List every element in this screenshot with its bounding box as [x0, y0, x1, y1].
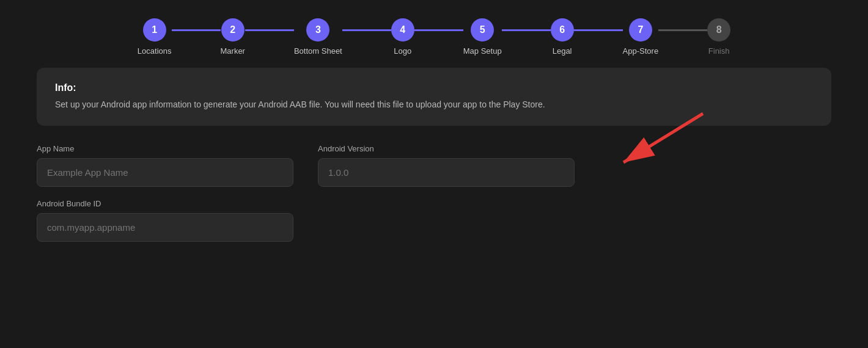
connector-7-8 [658, 29, 707, 31]
form-area: App Name Android Version Android Bundle … [37, 144, 831, 242]
step-8[interactable]: 8 Finish [707, 18, 730, 56]
step-3-circle: 3 [306, 18, 329, 42]
step-4[interactable]: 4 Logo [391, 18, 414, 56]
connector-4-5 [414, 29, 463, 31]
app-name-label: App Name [37, 144, 293, 153]
step-5-label: Map Setup [463, 46, 502, 56]
step-2-circle: 2 [221, 18, 245, 42]
stepper: 1 Locations 2 Marker 3 Bottom Sheet 4 Lo… [24, 12, 844, 68]
step-4-circle: 4 [391, 18, 414, 42]
step-5[interactable]: 5 Map Setup [463, 18, 502, 56]
form-row-bottom: Android Bundle ID [37, 199, 831, 242]
info-box: Info: Set up your Android app informatio… [37, 68, 831, 126]
bundle-id-input[interactable] [37, 213, 293, 242]
android-version-input[interactable] [318, 158, 575, 187]
step-1[interactable]: 1 Locations [138, 18, 172, 56]
connector-6-7 [574, 29, 623, 31]
step-6[interactable]: 6 Legal [551, 18, 574, 56]
bundle-id-group: Android Bundle ID [37, 199, 293, 242]
step-6-label: Legal [553, 46, 572, 56]
connector-1-2 [172, 29, 221, 31]
step-2-label: Marker [221, 46, 245, 56]
step-8-circle: 8 [707, 18, 730, 42]
step-1-label: Locations [138, 46, 172, 56]
step-5-circle: 5 [471, 18, 494, 42]
step-7-label: App-Store [623, 46, 659, 56]
app-name-group: App Name [37, 144, 293, 187]
android-version-label: Android Version [318, 144, 575, 153]
connector-5-6 [502, 29, 551, 31]
app-name-input[interactable] [37, 158, 293, 187]
info-title: Info: [55, 82, 813, 93]
step-7-circle: 7 [629, 18, 652, 42]
form-row-top: App Name Android Version [37, 144, 831, 187]
step-8-label: Finish [708, 46, 730, 56]
step-2[interactable]: 2 Marker [221, 18, 245, 56]
info-text: Set up your Android app information to g… [55, 98, 813, 111]
step-4-label: Logo [394, 46, 411, 56]
step-6-circle: 6 [551, 18, 574, 42]
connector-2-3 [245, 29, 294, 31]
bundle-id-label: Android Bundle ID [37, 199, 293, 208]
step-3[interactable]: 3 Bottom Sheet [294, 18, 342, 56]
step-7[interactable]: 7 App-Store [623, 18, 659, 56]
android-version-group: Android Version [318, 144, 575, 187]
connector-3-4 [342, 29, 391, 31]
step-3-label: Bottom Sheet [294, 46, 342, 56]
step-1-circle: 1 [143, 18, 166, 42]
